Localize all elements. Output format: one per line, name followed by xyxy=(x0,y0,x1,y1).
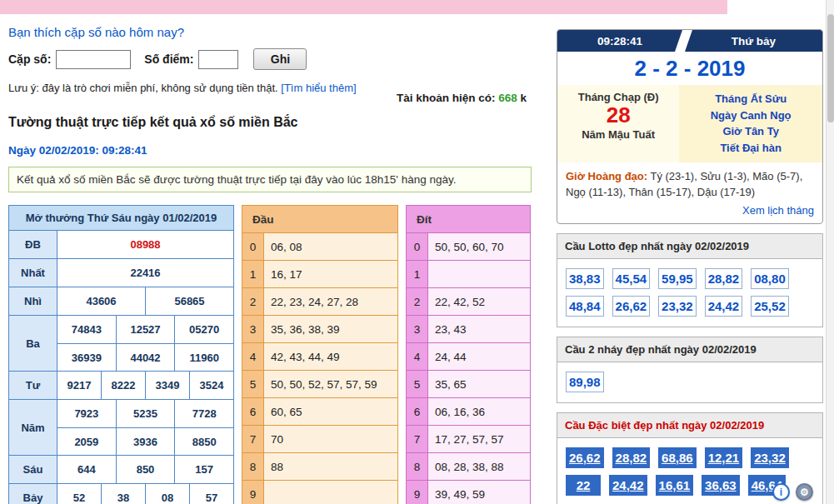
digit-values: 39, 49, 59 xyxy=(428,481,530,504)
points-input[interactable] xyxy=(198,50,238,69)
digit-row: 660, 65 xyxy=(242,398,397,426)
digit-row: 550, 50, 52, 57, 57, 59 xyxy=(242,371,397,398)
view-month-calendar-link[interactable]: Xem lịch tháng xyxy=(742,204,814,217)
digit-row: 888 xyxy=(242,453,397,481)
clock-time: 09:28:41 xyxy=(557,30,682,52)
digit-cell: 8 xyxy=(407,453,428,480)
prize-value: 7728 xyxy=(174,400,233,427)
cau-lotto-numbers: 38,83 45,54 59,95 28,82 08,80 48,84 26,6… xyxy=(557,259,822,327)
prize-label: Nhì xyxy=(9,287,57,315)
lunar-day: 28 xyxy=(557,103,679,128)
digit-values: 42, 43, 44, 49 xyxy=(264,343,397,370)
points-label: Số điểm: xyxy=(144,52,193,66)
page: Bạn thích cặp số nào hôm nay? Cặp số: Số… xyxy=(0,0,834,504)
lotto-number-chip[interactable]: 59,95 xyxy=(658,268,697,289)
lotto-number-chip[interactable]: 26,62 xyxy=(612,296,651,317)
digit-cell: 6 xyxy=(242,398,264,425)
dacbiet-number-chip[interactable]: 22 xyxy=(566,475,601,496)
digit-row: 335, 36, 38, 39 xyxy=(242,316,397,343)
prize-row-sau: Sáu 644 850 157 xyxy=(9,456,233,484)
lotto-number-chip[interactable]: 45,54 xyxy=(612,268,651,289)
dau-table: Đầu 006, 08 116, 17 222, 23, 24, 27, 28 … xyxy=(242,205,398,504)
lunar-month: Tháng Chạp (Đ) xyxy=(557,91,679,103)
date-line: Ngày 02/02/2019: 09:28:41 xyxy=(8,144,147,157)
dacbiet-number-chip[interactable]: 26,62 xyxy=(566,447,604,468)
digit-row: 424, 44 xyxy=(407,343,530,371)
dacbiet-number-chip[interactable]: 24,42 xyxy=(609,475,647,496)
prize-value: 08 xyxy=(145,484,189,504)
info-icon[interactable]: i xyxy=(772,483,790,501)
calendar-header: 09:28:41 Thứ bảy xyxy=(557,30,822,52)
lotto-number-chip[interactable]: 48,84 xyxy=(566,296,604,317)
lotto-number-chip[interactable]: 23,32 xyxy=(658,296,697,317)
prize-label: ĐB xyxy=(9,231,57,258)
floating-widgets: i ⚙ xyxy=(772,483,813,501)
digit-values: 16, 17 xyxy=(264,261,397,287)
prize-value: 22416 xyxy=(57,259,233,287)
digit-values: 35, 65 xyxy=(428,371,530,397)
digit-row: 222, 42, 52 xyxy=(407,288,530,316)
lotto-number-chip[interactable]: 08,80 xyxy=(751,268,789,289)
dacbiet-number-chip[interactable]: 23,32 xyxy=(751,447,789,468)
digit-cell: 5 xyxy=(242,371,264,397)
digit-values: 35, 36, 38, 39 xyxy=(264,316,397,342)
digit-cell: 7 xyxy=(407,426,428,452)
vertical-scrollbar[interactable] xyxy=(826,0,834,504)
digit-cell: 2 xyxy=(407,288,428,315)
pair-input[interactable] xyxy=(56,50,131,69)
prize-row-bay: Bảy 52 38 08 57 xyxy=(9,484,233,504)
results-table: Mở thưởng Thứ Sáu ngày 01/02/2019 ĐB 089… xyxy=(8,205,234,504)
dacbiet-number-chip[interactable]: 28,82 xyxy=(612,447,651,468)
cau-lotto-title: Cầu Lotto đẹp nhất ngày 02/02/2019 xyxy=(557,234,822,259)
lunar-right: Tháng Ất Sửu Ngày Canh Ngọ Giờ Tân Ty Ti… xyxy=(679,85,822,162)
digit-values: 24, 44 xyxy=(428,343,530,370)
prize-row-db: ĐB 08988 xyxy=(9,231,233,259)
lunar-year: Năm Mậu Tuất xyxy=(557,128,679,141)
lotto-number-chip[interactable]: 25,52 xyxy=(751,296,789,317)
prize-value: 08988 xyxy=(57,231,233,258)
prize-row-nam: Năm 7923 5235 7728 2059 3936 8850 xyxy=(9,400,233,456)
digit-row: 808, 28, 38, 88 xyxy=(407,453,530,481)
digit-values: 17, 27, 57, 57 xyxy=(428,426,530,452)
scrollbar-thumb[interactable] xyxy=(827,14,834,122)
prize-label: Ba xyxy=(9,316,57,371)
dacbiet-number-chip[interactable]: 68,86 xyxy=(658,447,697,468)
digit-cell: 1 xyxy=(242,261,264,287)
digit-values xyxy=(264,481,397,504)
balance-unit: k xyxy=(517,92,527,104)
sidebar: 09:28:41 Thứ bảy 2 - 2 - 2019 Tháng Chạp… xyxy=(557,29,823,504)
prize-row-nhi: Nhì 43606 56865 xyxy=(9,287,233,316)
2nhay-number-chip[interactable]: 89,98 xyxy=(566,372,604,392)
solar-date: 2 - 2 - 2019 xyxy=(557,52,822,85)
dau-table-title: Đầu xyxy=(242,206,397,233)
ad-banner xyxy=(0,0,727,14)
settings-icon[interactable]: ⚙ xyxy=(796,483,813,501)
dacbiet-number-chip[interactable]: 36,63 xyxy=(702,475,740,496)
dacbiet-number-chip[interactable]: 16,61 xyxy=(656,475,694,496)
submit-button[interactable]: Ghi xyxy=(253,48,307,70)
dit-table-title: Đít xyxy=(407,206,530,233)
prize-value: 3349 xyxy=(145,372,189,399)
lotto-number-chip[interactable]: 28,82 xyxy=(705,268,743,289)
dacbiet-number-chip[interactable]: 12,21 xyxy=(705,447,743,468)
digit-cell: 1 xyxy=(407,261,428,287)
note-text: Lưu ý: đây là trò chơi miễn phí, không s… xyxy=(8,82,278,94)
prize-value: 57 xyxy=(189,484,233,504)
digit-cell: 3 xyxy=(407,316,428,342)
learn-more-link[interactable]: [Tìm hiểu thêm] xyxy=(281,82,356,94)
prize-value: 43606 xyxy=(57,287,145,315)
digit-values: 22, 42, 52 xyxy=(428,288,530,315)
prize-value: 5235 xyxy=(116,400,175,427)
lunar-line: Tháng Ất Sửu xyxy=(679,91,822,107)
prize-value: 56865 xyxy=(145,287,233,315)
digit-row: 770 xyxy=(242,426,397,453)
lotto-number-chip[interactable]: 38,83 xyxy=(566,268,604,289)
digit-cell: 9 xyxy=(242,481,264,504)
prize-value: 74843 xyxy=(57,316,116,343)
lotto-number-chip[interactable]: 24,42 xyxy=(705,296,743,317)
lunar-panel: Tháng Chạp (Đ) 28 Năm Mậu Tuất Tháng Ất … xyxy=(557,85,822,162)
digit-values: 23, 43 xyxy=(428,316,530,342)
prize-value: 644 xyxy=(57,456,116,483)
notice-box: Kết quả xổ số miền Bắc sẽ được tường thu… xyxy=(8,167,532,192)
prize-value: 3936 xyxy=(116,428,175,455)
